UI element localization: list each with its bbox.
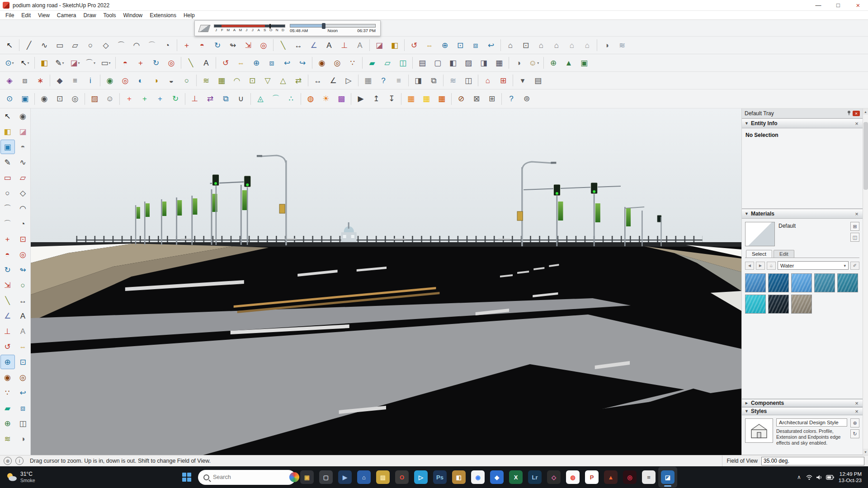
viewport-3d-scene[interactable] (31, 108, 741, 455)
taskbar-monitor-icon[interactable]: ▢ (316, 467, 335, 488)
move-tool-icon[interactable]: + (179, 38, 194, 52)
match-photo-icon[interactable]: ◫ (461, 74, 476, 88)
stamp-icon[interactable]: ⊡ (245, 74, 260, 88)
pencil-dropdown-icon[interactable]: ✎▾ (52, 56, 67, 70)
xray-style-icon[interactable]: ▦ (491, 56, 507, 70)
materials-header[interactable]: ▼ Materials × (742, 209, 863, 219)
back-arrow-icon[interactable]: ◄ (745, 262, 754, 270)
shadow-time-slider[interactable] (290, 24, 376, 28)
weld-icon[interactable]: ∪ (233, 92, 249, 106)
paint-bucket-tool-icon[interactable]: ◧ (387, 38, 402, 52)
menu-edit[interactable]: Edit (18, 11, 34, 19)
polygon-tool-icon[interactable]: ◇ (98, 38, 113, 52)
palette-dimension-tool[interactable]: ↔ (16, 293, 30, 308)
outer-shell-icon[interactable]: ○ (179, 74, 194, 88)
entity-info-icon[interactable]: i (83, 74, 98, 88)
scroll-up-arrow-icon[interactable]: ▲ (863, 108, 868, 115)
taskbar-telegram-icon[interactable]: ▷ (411, 467, 430, 488)
previous-view-icon[interactable]: ↩ (483, 38, 499, 52)
in-model-home-icon[interactable]: ⌂ (767, 262, 776, 270)
secondary-pane-button[interactable]: ◫ (850, 233, 859, 242)
dimension-angular-icon[interactable]: ∠ (326, 74, 341, 88)
select-dropdown-icon[interactable]: ↖▾ (17, 56, 33, 70)
purge-icon[interactable]: ⊘ (453, 92, 469, 106)
dropdown-caret-icon[interactable]: ▾ (94, 61, 95, 65)
select-tool-icon[interactable]: ↖ (2, 38, 17, 52)
palette-rotate-tool[interactable]: ↻ (0, 263, 15, 277)
tray-close-icon[interactable]: × (853, 111, 860, 116)
taskbar-photos-alt-icon[interactable]: ◇ (544, 467, 563, 488)
export-icon[interactable]: ↥ (368, 92, 384, 106)
maximize-button[interactable]: □ (828, 0, 848, 10)
solid-intersect-icon[interactable]: ◑ (148, 74, 164, 88)
make-component-icon[interactable]: ◈ (2, 74, 17, 88)
rotate-tool-icon[interactable]: ↻ (210, 38, 225, 52)
rotated-rectangle-tool-icon[interactable]: ▱ (67, 38, 83, 52)
back-view-icon[interactable]: ⌂ (564, 38, 580, 52)
help-icon[interactable]: ? (504, 92, 519, 106)
protractor-tool-icon[interactable]: ∠ (306, 38, 321, 52)
three-point-arc-tool-icon[interactable]: ⌒ (144, 38, 160, 52)
lighting-icon[interactable]: ☀ (318, 92, 334, 106)
palette-move-tool[interactable]: + (0, 232, 15, 246)
palette-pan-tool[interactable]: ⇔ (16, 339, 30, 354)
palette-push-pull-tool[interactable]: ◓ (0, 247, 15, 262)
menu-view[interactable]: View (34, 11, 53, 19)
add-detail-icon[interactable]: △ (275, 74, 291, 88)
taskbar-google-chrome-icon[interactable]: ◍ (563, 467, 582, 488)
position-camera-icon[interactable]: ◉ (314, 56, 330, 70)
swatch-water-deep[interactable] (768, 273, 789, 292)
taskbar-file-explorer-icon[interactable]: ▨ (373, 467, 392, 488)
palette-orbit-eye-tool[interactable]: ◉ (16, 109, 30, 123)
menu-draw[interactable]: Draw (80, 11, 100, 19)
position-texture-icon[interactable]: ▨ (87, 92, 102, 106)
menu-tools[interactable]: Tools (100, 11, 120, 19)
text-tool-icon[interactable]: A (321, 38, 337, 52)
grid-icon[interactable]: ▦ (360, 74, 376, 88)
dropdown-caret-icon[interactable]: ▾ (62, 61, 64, 65)
rotate-plus-icon[interactable]: ↻ (168, 92, 183, 106)
freehand-tool-icon[interactable]: ∿ (37, 38, 52, 52)
monochrome-style-icon[interactable]: ◨ (476, 56, 491, 70)
dropdown-caret-icon[interactable]: ▾ (78, 61, 80, 65)
palette-section-plane-tool[interactable]: ▰ (0, 401, 15, 415)
move-plus-blue-icon[interactable]: + (152, 92, 168, 106)
shadow-dialog-icon[interactable]: ◑ (511, 56, 526, 70)
tray-scrollbar[interactable]: ▲ ▼ (863, 108, 868, 455)
palette-polygon-tool[interactable]: ◇ (16, 186, 30, 200)
unlock-icon[interactable]: ⊞ (484, 92, 500, 106)
text-icon[interactable]: A (198, 56, 214, 70)
palette-look-around-tool[interactable]: ◎ (16, 370, 30, 385)
start-button[interactable] (177, 468, 196, 486)
swatch-water-pool[interactable] (791, 273, 812, 292)
rectangle-tool-icon[interactable]: ▭ (52, 38, 67, 52)
circle-tool-icon[interactable]: ○ (83, 38, 98, 52)
taskbar-photoshop-icon[interactable]: Ps (430, 467, 449, 488)
drape-icon[interactable]: ▽ (260, 74, 275, 88)
close-button[interactable]: × (848, 0, 868, 10)
axes-tool-icon[interactable]: ⊥ (337, 38, 352, 52)
face-me-component-icon[interactable]: ☺ (102, 92, 118, 106)
eraser-dropdown-icon[interactable]: ◪▾ (67, 56, 83, 70)
style-name-field[interactable]: Architectural Design Style (776, 418, 847, 427)
palette-rectangle-tool[interactable]: ▭ (0, 170, 15, 185)
palette-text-tool[interactable]: A (16, 309, 30, 323)
left-view-icon[interactable]: ⌂ (580, 38, 595, 52)
styles-close-icon[interactable]: × (854, 408, 860, 415)
warehouse-grid-1-icon[interactable]: ▦ (403, 92, 419, 106)
scrollbar-thumb[interactable] (863, 122, 868, 190)
palette-select-tool[interactable]: ↖ (0, 109, 15, 123)
mirror-icon[interactable]: ⇄ (203, 92, 218, 106)
label-icon[interactable]: ▷ (341, 74, 356, 88)
previous-view-icon-2[interactable]: ↩ (279, 56, 295, 70)
styles-panel-icon[interactable]: ◨ (410, 74, 426, 88)
taskbar-brave-icon[interactable]: ▲ (601, 467, 620, 488)
palette-line-tool[interactable]: ✎ (0, 155, 15, 169)
minimize-button[interactable]: — (808, 0, 828, 10)
extension-warehouse-icon[interactable]: ⊞ (495, 74, 511, 88)
entity-info-close-icon[interactable]: × (854, 120, 860, 127)
section-display-icon[interactable]: ▱ (380, 56, 395, 70)
dropdown-caret-icon[interactable]: ▾ (109, 61, 111, 65)
battery-icon[interactable] (826, 475, 834, 480)
dimension-linear-icon[interactable]: ↔ (310, 74, 326, 88)
